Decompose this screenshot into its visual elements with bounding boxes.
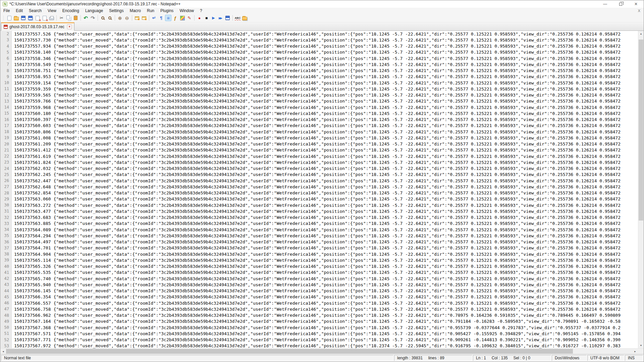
line-text[interactable]: 1501737558.751 {"method":"user_moved","d…: [12, 68, 638, 73]
line-text[interactable]: 1501737567.771 {"method":"user_moved","d…: [12, 337, 638, 342]
line-number[interactable]: 22: [0, 153, 12, 159]
line-text[interactable]: 1501737561.008 {"method":"user_moved","d…: [12, 135, 638, 140]
line-number[interactable]: 17: [0, 123, 12, 129]
line-text[interactable]: 1501737563.272 {"method":"user_moved","d…: [12, 203, 638, 208]
menu-search[interactable]: Search: [26, 8, 45, 14]
open-icon[interactable]: [13, 15, 19, 21]
line-text[interactable]: 1501737562.854 {"method":"user_moved","d…: [12, 190, 638, 195]
line-number[interactable]: 25: [0, 172, 12, 178]
horizontal-scrollbar[interactable]: ◄ ►: [0, 348, 644, 354]
line-number[interactable]: 26: [0, 178, 12, 184]
line-text[interactable]: 1501737558.140 {"method":"user_moved","d…: [12, 50, 638, 55]
line-text[interactable]: 1501737564.701 {"method":"user_moved","d…: [12, 245, 638, 250]
line-text[interactable]: 1501737565.326 {"method":"user_moved","d…: [12, 264, 638, 269]
line-text[interactable]: 1501737564.904 {"method":"user_moved","d…: [12, 252, 638, 257]
define-language-icon[interactable]: ✎: [186, 15, 193, 21]
close-all-icon[interactable]: [41, 15, 48, 21]
line-text[interactable]: 1501737566.962 {"method":"user_moved","d…: [12, 313, 638, 318]
status-encoding[interactable]: UTF-8 w/o BOM: [587, 355, 624, 361]
line-number[interactable]: 44: [0, 288, 12, 294]
horizontal-scrollbar-thumb[interactable]: [6, 349, 573, 354]
line-text[interactable]: 1501737559.154 {"method":"user_moved","d…: [12, 80, 638, 85]
menu-help[interactable]: ?: [197, 8, 205, 14]
zoom-out-icon[interactable]: ⊖: [124, 15, 130, 21]
line-number[interactable]: 27: [0, 184, 12, 190]
save-macro-icon[interactable]: [224, 15, 231, 21]
line-text[interactable]: 1501737559.359 {"method":"user_moved","d…: [12, 86, 638, 92]
menu-window[interactable]: Window: [176, 8, 197, 14]
line-text[interactable]: 1501737566.557 {"method":"user_moved","d…: [12, 301, 638, 306]
line-text[interactable]: 1501737567.368 {"method":"user_moved","d…: [12, 325, 638, 330]
line-text[interactable]: 1501737565.114 {"method":"user_moved","d…: [12, 258, 638, 263]
line-text[interactable]: 1501737566.145 {"method":"user_moved","d…: [12, 288, 638, 293]
line-text[interactable]: 1501737557.934 {"method":"user_moved","d…: [12, 44, 638, 49]
line-number[interactable]: 4: [0, 43, 12, 49]
menu-edit[interactable]: Edit: [13, 8, 26, 14]
word-wrap-icon[interactable]: ↵: [151, 15, 157, 21]
line-number[interactable]: 47: [0, 306, 12, 312]
line-text[interactable]: 1501737561.209 {"method":"user_moved","d…: [12, 141, 638, 146]
line-number[interactable]: 14: [0, 104, 12, 110]
redo-icon[interactable]: ↷: [90, 15, 96, 21]
tab-ghost-recording[interactable]: ghost-2017.08.03-15.19.17.rec ×: [1, 22, 74, 31]
sync-vertical-scrolling-icon[interactable]: [134, 15, 140, 21]
line-number[interactable]: 37: [0, 245, 12, 251]
line-text[interactable]: 1501737564.497 {"method":"user_moved","d…: [12, 239, 638, 244]
menu-plugins[interactable]: Plugins: [157, 8, 176, 14]
line-text[interactable]: 1501737559.766 {"method":"user_moved","d…: [12, 99, 638, 104]
line-number[interactable]: 41: [0, 269, 12, 276]
line-text[interactable]: 1501737557.526 {"method":"user_moved","d…: [12, 32, 638, 37]
line-number[interactable]: 16: [0, 117, 12, 123]
line-text[interactable]: 1501737564.089 {"method":"user_moved","d…: [12, 227, 638, 232]
line-number[interactable]: 52: [0, 337, 12, 343]
vertical-scrollbar[interactable]: ▲ ▼: [638, 31, 644, 348]
line-text[interactable]: 1501737564.294 {"method":"user_moved","d…: [12, 233, 638, 238]
line-text[interactable]: 1501737565.740 {"method":"user_moved","d…: [12, 276, 638, 281]
line-number[interactable]: 3: [0, 37, 12, 43]
menu-run[interactable]: Run: [144, 8, 157, 14]
line-text[interactable]: 1501737561.412 {"method":"user_moved","d…: [12, 147, 638, 153]
line-number[interactable]: 36: [0, 239, 12, 245]
line-number[interactable]: 18: [0, 129, 12, 135]
line-number[interactable]: 30: [0, 202, 12, 208]
line-number[interactable]: 34: [0, 227, 12, 233]
show-indent-guide-icon[interactable]: ≡: [165, 15, 171, 21]
line-number[interactable]: 31: [0, 208, 12, 214]
scroll-right-icon[interactable]: ►: [632, 349, 638, 354]
line-text[interactable]: 1501737558.549 {"method":"user_moved","d…: [12, 62, 638, 67]
restore-button[interactable]: [613, 0, 628, 8]
menu-encoding[interactable]: Encoding: [59, 8, 82, 14]
undo-icon[interactable]: ↶: [83, 15, 89, 21]
line-number[interactable]: 39: [0, 257, 12, 263]
line-number[interactable]: 51: [0, 330, 12, 337]
line-number[interactable]: 10: [0, 80, 12, 86]
line-number[interactable]: 45: [0, 294, 12, 300]
line-text[interactable]: 1501737560.397 {"method":"user_moved","d…: [12, 117, 638, 122]
show-all-characters-icon[interactable]: ¶: [158, 15, 164, 21]
line-text[interactable]: 1501737563.885 {"method":"user_moved","d…: [12, 221, 638, 226]
line-text[interactable]: 1501737567.164 {"method":"user_moved","d…: [12, 319, 638, 324]
find-icon[interactable]: [100, 15, 106, 21]
line-number[interactable]: 19: [0, 135, 12, 141]
line-number[interactable]: 13: [0, 98, 12, 104]
line-number[interactable]: 24: [0, 166, 12, 172]
menu-language[interactable]: Language: [82, 8, 106, 14]
line-number[interactable]: 29: [0, 196, 12, 202]
line-text[interactable]: 1501737563.683 {"method":"user_moved","d…: [12, 215, 638, 220]
line-text[interactable]: 1501737565.535 {"method":"user_moved","d…: [12, 270, 638, 275]
playback-macro-icon[interactable]: ▶: [210, 15, 217, 21]
vertical-scrollbar-thumb[interactable]: [639, 40, 643, 221]
line-text[interactable]: 1501737560.603 {"method":"user_moved","d…: [12, 123, 638, 128]
cut-icon[interactable]: ✂: [58, 15, 65, 21]
line-text[interactable]: 1501737558.346 {"method":"user_moved","d…: [12, 56, 638, 61]
line-number[interactable]: 46: [0, 300, 12, 306]
sync-horizontal-scrolling-icon[interactable]: [141, 15, 147, 21]
close-button[interactable]: ✕: [628, 0, 644, 8]
line-text[interactable]: 1501737565.940 {"method":"user_moved","d…: [12, 282, 638, 287]
line-number[interactable]: 32: [0, 215, 12, 221]
menu-view[interactable]: View: [45, 8, 59, 14]
run-macro-multiple-icon[interactable]: ▶▶: [217, 15, 224, 21]
stop-macro-icon[interactable]: ■: [203, 15, 210, 21]
line-number[interactable]: 33: [0, 221, 12, 227]
line-text[interactable]: 1501737561.619 {"method":"user_moved","d…: [12, 154, 638, 159]
